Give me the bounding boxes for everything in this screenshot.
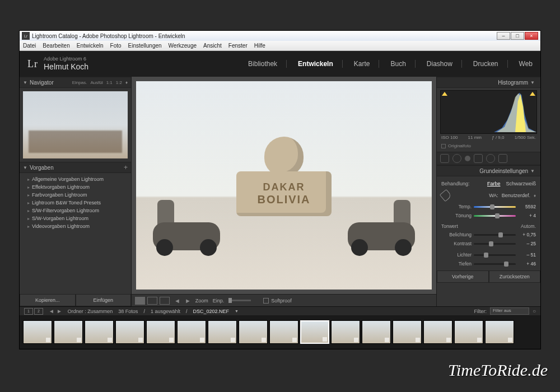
next-photo-button[interactable]: ►: [185, 297, 191, 304]
preset-folder[interactable]: Farbvorgaben Lightroom: [20, 191, 131, 199]
wb-dropdown-icon[interactable]: ♦: [534, 193, 536, 198]
filter-lock-icon[interactable]: ○: [533, 308, 536, 314]
prev-photo-button[interactable]: ◄: [174, 297, 180, 304]
basic-panel-header[interactable]: Grundeinstellungen ▼: [437, 165, 540, 176]
module-bibliothek[interactable]: Bibliothek: [247, 60, 287, 68]
nav-mode-fill[interactable]: Ausfül: [90, 80, 102, 85]
filter-dropdown[interactable]: Filter aus: [490, 307, 529, 315]
radial-filter-tool[interactable]: [486, 154, 495, 163]
graduated-filter-tool[interactable]: [474, 154, 483, 163]
menu-foto[interactable]: Foto: [110, 43, 122, 49]
histogram[interactable]: [440, 90, 537, 134]
menu-entwickeln[interactable]: Entwickeln: [77, 43, 104, 49]
nav-mode-1to2[interactable]: 1:2: [116, 80, 122, 85]
copy-button[interactable]: Kopieren...: [20, 294, 76, 306]
highlights-value[interactable]: – 51: [518, 252, 536, 258]
filmstrip-thumb[interactable]: [485, 320, 514, 344]
nav-mode-1to1[interactable]: 1:1: [106, 80, 113, 85]
softproof-checkbox[interactable]: [263, 298, 269, 304]
nav-mode-fit[interactable]: Einpas.: [72, 80, 87, 85]
shadows-slider[interactable]: [474, 263, 516, 265]
filmstrip-thumb[interactable]: [269, 320, 298, 344]
histogram-header[interactable]: Histogramm ▼: [437, 77, 540, 88]
auto-tone-button[interactable]: Autom.: [521, 223, 536, 229]
treatment-bw[interactable]: Schwarzweiß: [506, 181, 536, 186]
filmstrip[interactable]: [20, 315, 540, 349]
filmstrip-thumb[interactable]: [115, 320, 144, 344]
adjustment-brush-tool[interactable]: [498, 154, 507, 163]
before-after-lr-button[interactable]: [147, 297, 157, 305]
loupe-view-button[interactable]: [135, 297, 145, 305]
contrast-value[interactable]: – 25: [518, 241, 536, 246]
filmstrip-thumb[interactable]: [177, 320, 206, 344]
filmstrip-thumb[interactable]: [146, 320, 175, 344]
module-karte[interactable]: Karte: [353, 60, 380, 68]
preset-folder[interactable]: S/W-Filtervorgaben Lightroom: [20, 207, 131, 214]
module-buch[interactable]: Buch: [389, 60, 415, 68]
filmstrip-thumb[interactable]: [362, 320, 391, 344]
fit-label[interactable]: Einp.: [213, 298, 225, 304]
maximize-button[interactable]: □: [511, 32, 524, 40]
presets-header[interactable]: ▼ Vorgaben +: [20, 162, 131, 173]
paste-button[interactable]: Einfügen: [76, 294, 132, 306]
before-after-tb-button[interactable]: [160, 297, 170, 305]
filmstrip-thumb[interactable]: [331, 320, 360, 344]
temp-slider[interactable]: [474, 206, 516, 208]
close-button[interactable]: ×: [525, 32, 538, 40]
module-entwickeln[interactable]: Entwickeln: [297, 60, 343, 68]
wb-dropdown[interactable]: Benutzerdef.: [502, 193, 530, 198]
primary-monitor-button[interactable]: 1: [24, 308, 33, 315]
filmstrip-thumb[interactable]: [85, 320, 114, 344]
module-web[interactable]: Web: [518, 60, 533, 68]
filmstrip-thumb[interactable]: [300, 320, 329, 344]
filmstrip-thumb[interactable]: [208, 320, 237, 344]
module-drucken[interactable]: Drucken: [472, 60, 508, 68]
navigator-header[interactable]: ▼ Navigator Einpas. Ausfül 1:1 1:2 ♦: [20, 77, 131, 88]
filmstrip-thumb[interactable]: [393, 320, 422, 344]
preset-folder[interactable]: Videovorgaben Lightroom: [20, 222, 131, 230]
filmstrip-thumb[interactable]: [454, 320, 483, 344]
minimize-button[interactable]: –: [497, 32, 510, 40]
spot-removal-tool[interactable]: [452, 154, 461, 163]
exposure-value[interactable]: + 0,75: [518, 232, 536, 237]
contrast-slider[interactable]: [474, 243, 516, 245]
menu-fenster[interactable]: Fenster: [228, 43, 248, 49]
original-photo-checkbox[interactable]: [441, 144, 446, 148]
preset-folder[interactable]: Effektvorgaben Lightroom: [20, 183, 131, 191]
crop-tool[interactable]: [440, 154, 449, 163]
navigator-preview[interactable]: [23, 91, 128, 158]
preset-folder[interactable]: S/W-Vorgaben Lightroom: [20, 214, 131, 222]
nav-back-button[interactable]: ◄: [49, 308, 54, 314]
source-dropdown-icon[interactable]: ▼: [235, 309, 239, 313]
tint-value[interactable]: + 4: [518, 213, 536, 218]
tint-slider[interactable]: [474, 215, 516, 217]
nav-forward-button[interactable]: ►: [57, 308, 62, 314]
menu-datei[interactable]: Datei: [23, 43, 36, 49]
reset-button[interactable]: Zurücksetzen: [489, 270, 541, 283]
treatment-color[interactable]: Farbe: [487, 181, 501, 186]
highlights-slider[interactable]: [474, 254, 516, 256]
image-canvas[interactable]: DAKAR BOLIVIA: [136, 81, 432, 290]
exposure-slider[interactable]: [474, 234, 516, 236]
filmstrip-thumb[interactable]: [239, 320, 268, 344]
folder-path[interactable]: Ordner : Zusammen: [68, 309, 113, 314]
preset-folder[interactable]: Lightroom B&W Toned Presets: [20, 199, 131, 207]
shadows-value[interactable]: + 46: [518, 261, 536, 267]
previous-button[interactable]: Vorherige: [437, 270, 489, 283]
nav-zoom-dropdown-icon[interactable]: ♦: [125, 80, 128, 85]
zoom-slider[interactable]: [228, 300, 251, 301]
secondary-monitor-button[interactable]: 2: [34, 308, 43, 315]
menu-bearbeiten[interactable]: Bearbeiten: [43, 43, 69, 49]
module-diashow[interactable]: Diashow: [426, 60, 462, 68]
menu-hilfe[interactable]: Hilfe: [254, 43, 265, 49]
preset-folder[interactable]: Allgemeine Vorgaben Lightroom: [20, 175, 131, 183]
white-balance-eyedropper-icon[interactable]: [440, 189, 452, 202]
temp-value[interactable]: 5592: [518, 204, 536, 209]
filmstrip-thumb[interactable]: [23, 320, 52, 344]
filmstrip-thumb[interactable]: [423, 320, 452, 344]
filmstrip-thumb[interactable]: [54, 320, 83, 344]
menu-ansicht[interactable]: Ansicht: [203, 43, 222, 49]
menu-werkzeuge[interactable]: Werkzeuge: [169, 43, 197, 49]
menu-einstellungen[interactable]: Einstellungen: [128, 43, 162, 49]
add-preset-button[interactable]: +: [124, 164, 128, 171]
